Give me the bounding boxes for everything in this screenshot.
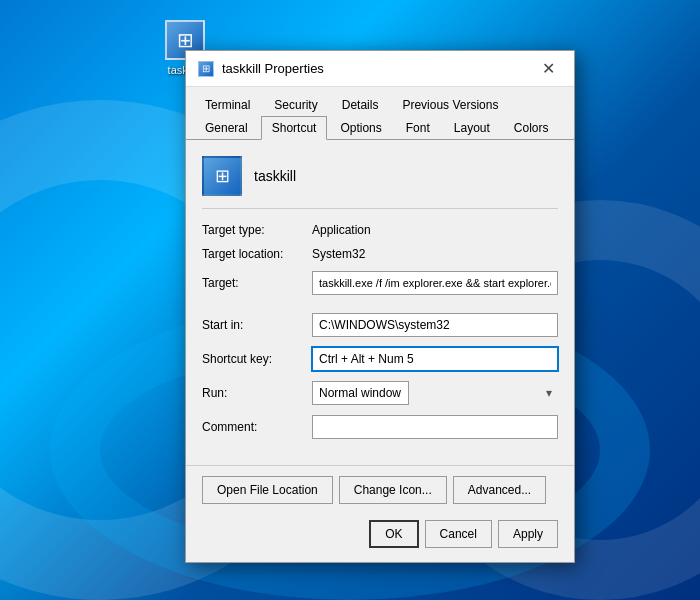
tab-security[interactable]: Security [263, 93, 328, 116]
tabs-container: Terminal Security Details Previous Versi… [186, 87, 574, 140]
advanced-button[interactable]: Advanced... [453, 476, 546, 504]
target-label: Target: [202, 276, 312, 290]
shortcut-key-label: Shortcut key: [202, 352, 312, 366]
change-icon-button[interactable]: Change Icon... [339, 476, 447, 504]
buttons-area: Open File Location Change Icon... Advanc… [186, 465, 574, 514]
tabs-row-2: General Shortcut Options Font Layout Col… [194, 116, 566, 139]
dialog-title-icon: ⊞ [198, 61, 214, 77]
cancel-button[interactable]: Cancel [425, 520, 492, 548]
start-in-row: Start in: [202, 313, 558, 337]
start-in-label: Start in: [202, 318, 312, 332]
title-bar: ⊞ taskkill Properties ✕ [186, 51, 574, 87]
tab-font[interactable]: Font [395, 116, 441, 139]
tabs-row-1: Terminal Security Details Previous Versi… [194, 93, 566, 116]
target-location-row: Target location: System32 [202, 247, 558, 261]
app-name-label: taskkill [254, 168, 296, 184]
target-input[interactable] [312, 271, 558, 295]
comment-input[interactable] [312, 415, 558, 439]
shortcut-key-row: Shortcut key: [202, 347, 558, 371]
app-header: ⊞ taskkill [202, 156, 558, 209]
comment-label: Comment: [202, 420, 312, 434]
tab-previous-versions[interactable]: Previous Versions [391, 93, 509, 116]
apply-button[interactable]: Apply [498, 520, 558, 548]
target-location-label: Target location: [202, 247, 312, 261]
ok-button[interactable]: OK [369, 520, 418, 548]
buttons-left: Open File Location Change Icon... Advanc… [202, 476, 546, 504]
target-location-value: System32 [312, 247, 365, 261]
tab-colors[interactable]: Colors [503, 116, 560, 139]
target-type-value: Application [312, 223, 371, 237]
desktop: ⊞ taskk... ⊞ taskkill Properties ✕ Termi… [0, 0, 700, 600]
dialog-content: ⊞ taskkill Target type: Application Targ… [186, 140, 574, 465]
run-row: Run: Normal window Minimized Maximized [202, 381, 558, 405]
tab-layout[interactable]: Layout [443, 116, 501, 139]
app-icon-symbol: ⊞ [215, 165, 230, 187]
title-bar-left: ⊞ taskkill Properties [198, 61, 324, 77]
run-select-wrapper: Normal window Minimized Maximized [312, 381, 558, 405]
spacer-1 [202, 305, 558, 313]
tab-terminal[interactable]: Terminal [194, 93, 261, 116]
title-icon-symbol: ⊞ [202, 63, 210, 74]
run-label: Run: [202, 386, 312, 400]
ok-cancel-apply-row: OK Cancel Apply [186, 514, 574, 562]
app-icon: ⊞ [202, 156, 242, 196]
tab-shortcut[interactable]: Shortcut [261, 116, 328, 140]
dialog-title-text: taskkill Properties [222, 61, 324, 76]
close-button[interactable]: ✕ [534, 55, 562, 83]
start-in-input[interactable] [312, 313, 558, 337]
open-file-location-button[interactable]: Open File Location [202, 476, 333, 504]
desktop-icon-symbol: ⊞ [177, 28, 194, 52]
target-row: Target: [202, 271, 558, 295]
run-select[interactable]: Normal window Minimized Maximized [312, 381, 409, 405]
tab-options[interactable]: Options [329, 116, 392, 139]
properties-dialog: ⊞ taskkill Properties ✕ Terminal Securit… [185, 50, 575, 563]
shortcut-key-input[interactable] [312, 347, 558, 371]
comment-row: Comment: [202, 415, 558, 439]
target-type-row: Target type: Application [202, 223, 558, 237]
tab-general[interactable]: General [194, 116, 259, 139]
target-type-label: Target type: [202, 223, 312, 237]
tab-details[interactable]: Details [331, 93, 390, 116]
